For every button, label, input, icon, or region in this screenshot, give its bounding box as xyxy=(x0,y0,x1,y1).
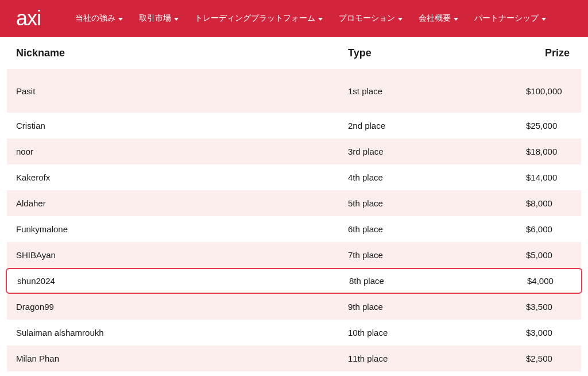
nav-item-partnership[interactable]: パートナーシップ xyxy=(474,13,546,24)
logo[interactable]: axi xyxy=(16,6,41,30)
cell-prize: $5,000 xyxy=(526,250,572,260)
cell-nickname: Dragon99 xyxy=(16,302,348,312)
nav-item-markets[interactable]: 取引市場 xyxy=(139,13,179,24)
cell-type: 10th place xyxy=(348,328,526,337)
nav-label: 会社概要 xyxy=(419,13,451,24)
chevron-down-icon xyxy=(454,18,458,21)
table-row: SHIBAyan7th place$5,000 xyxy=(7,242,581,268)
cell-prize: $6,000 xyxy=(526,224,572,234)
logo-text: axi xyxy=(16,6,41,30)
cell-type: 3rd place xyxy=(348,147,526,156)
cell-nickname: Sulaiman alshamroukh xyxy=(16,328,348,337)
table-row: Milan Phan11th place$2,500 xyxy=(7,346,581,371)
cell-nickname: noor xyxy=(16,147,348,156)
cell-prize: $8,000 xyxy=(526,198,572,208)
chevron-down-icon xyxy=(174,18,179,21)
chevron-down-icon xyxy=(541,18,546,21)
chevron-down-icon xyxy=(398,18,403,21)
nav-item-company[interactable]: 会社概要 xyxy=(419,13,458,24)
cell-prize: $2,500 xyxy=(526,354,572,363)
cell-nickname: Pasit xyxy=(16,86,348,96)
table-header-nickname: Nickname xyxy=(16,47,348,59)
nav-item-platform[interactable]: トレーディングプラットフォーム xyxy=(195,13,323,24)
table-body: Pasit1st place$100,000Cristian2nd place$… xyxy=(7,69,581,371)
cell-nickname: Kakerofx xyxy=(16,172,348,182)
cell-prize: $18,000 xyxy=(526,147,572,156)
nav-label: トレーディングプラットフォーム xyxy=(195,13,315,24)
nav-item-strengths[interactable]: 当社の強み xyxy=(75,13,123,24)
table-row: Dragon999th place$3,500 xyxy=(7,294,581,320)
table-row: Kakerofx4th place$14,000 xyxy=(7,164,581,190)
table-row: Aldaher5th place$8,000 xyxy=(7,190,581,216)
cell-type: 11th place xyxy=(348,354,526,363)
cell-prize: $25,000 xyxy=(526,121,572,131)
cell-nickname: SHIBAyan xyxy=(16,250,348,260)
cell-type: 5th place xyxy=(348,198,526,208)
cell-nickname: Milan Phan xyxy=(16,354,348,363)
table-row: noor3rd place$18,000 xyxy=(7,139,581,164)
cell-nickname: Funkymalone xyxy=(16,224,348,234)
cell-prize: $3,500 xyxy=(526,302,572,312)
cell-prize: $3,000 xyxy=(526,328,572,337)
cell-type: 7th place xyxy=(348,250,526,260)
cell-type: 9th place xyxy=(348,302,526,312)
chevron-down-icon xyxy=(318,18,323,21)
chevron-down-icon xyxy=(118,18,123,21)
cell-type: 6th place xyxy=(348,224,526,234)
table-header-row: Nickname Type Prize xyxy=(7,37,581,69)
table-row: Pasit1st place$100,000 xyxy=(7,69,581,113)
table-header-type: Type xyxy=(348,47,526,59)
nav-item-promotion[interactable]: プロモーション xyxy=(339,13,403,24)
cell-nickname: Cristian xyxy=(16,121,348,131)
main-nav: 当社の強み 取引市場 トレーディングプラットフォーム プロモーション 会社概要 … xyxy=(75,13,546,24)
table-row: Cristian2nd place$25,000 xyxy=(7,113,581,139)
main-header: axi 当社の強み 取引市場 トレーディングプラットフォーム プロモーション 会… xyxy=(0,0,588,37)
table-row: Sulaiman alshamroukh10th place$3,000 xyxy=(7,320,581,346)
nav-label: 取引市場 xyxy=(139,13,171,24)
nav-label: パートナーシップ xyxy=(474,13,539,24)
cell-prize: $100,000 xyxy=(526,86,572,96)
leaderboard-table: Nickname Type Prize Pasit1st place$100,0… xyxy=(7,37,581,371)
cell-nickname: Aldaher xyxy=(16,198,348,208)
cell-prize: $14,000 xyxy=(526,172,572,182)
nav-label: 当社の強み xyxy=(75,13,115,24)
table-row: Funkymalone6th place$6,000 xyxy=(7,216,581,242)
cell-type: 8th place xyxy=(349,276,527,286)
cell-type: 4th place xyxy=(348,172,526,182)
cell-type: 2nd place xyxy=(348,121,526,131)
content-area: Nickname Type Prize Pasit1st place$100,0… xyxy=(0,37,588,371)
table-header-prize: Prize xyxy=(526,47,572,59)
nav-label: プロモーション xyxy=(339,13,395,24)
table-row: shun20248th place$4,000 xyxy=(6,268,582,294)
cell-prize: $4,000 xyxy=(527,276,571,286)
cell-nickname: shun2024 xyxy=(17,276,349,286)
cell-type: 1st place xyxy=(348,86,526,96)
